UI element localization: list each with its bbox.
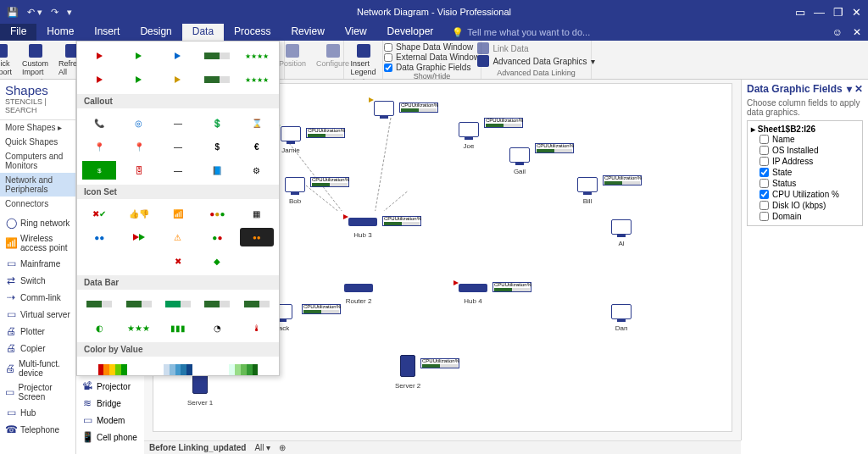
dg-section-callout: Callout (77, 94, 279, 108)
menu-bar: File Home Insert Design Data Process Rev… (0, 24, 868, 41)
window-title: Network Diagram - Visio Professional (357, 7, 511, 17)
stencil-item[interactable]: 📶Wireless access point (0, 231, 75, 255)
stencil-icon: ⇢ (5, 291, 17, 303)
data-graphics-dropdown[interactable]: ★★★★ ★★★★ Callout 📞◎—💲⌛ 📍📍—$€ $🗄—📘⚙ Icon… (76, 41, 280, 376)
pane-desc: Choose column fields to apply data graph… (747, 98, 863, 117)
field-check[interactable]: OS Installed (751, 145, 859, 156)
stencil-item[interactable]: 🖨Copier (0, 340, 75, 357)
stencil-item[interactable]: 📱Cell phone (76, 429, 144, 446)
redo-icon[interactable]: ↷ (51, 7, 58, 18)
shapes-cat[interactable]: Connectors (0, 197, 75, 211)
bulb-icon: 💡 (452, 27, 464, 38)
field-check[interactable]: Status (751, 178, 859, 189)
data-graphic-fields-check[interactable]: Data Graphic Fields (384, 63, 470, 72)
dg-section-colorby: Color by Value (77, 342, 279, 357)
stencil-icon: 📶 (5, 237, 17, 249)
stencil-item[interactable]: 🖨Plotter (0, 323, 75, 340)
tab-process[interactable]: Process (224, 24, 281, 41)
shapes-pane-col2: 📽Projector≋Bridge▭Modem📱Cell phone (76, 378, 144, 446)
stencil-item[interactable]: ⇢Comm-link (0, 289, 75, 306)
stencil-item[interactable]: 🖨Multi-funct. device (0, 357, 75, 380)
stencil-icon: ▭ (5, 407, 17, 418)
tab-insert[interactable]: Insert (84, 24, 130, 41)
close-ribbon-icon[interactable]: ✕ (853, 26, 861, 38)
pane-title: Data Graphic Fields (747, 83, 843, 95)
pane-source[interactable]: ▸ Sheet1$B2:I26 (751, 125, 859, 134)
adv-data-graphics-button[interactable]: Advanced Data Graphics▾ (477, 55, 594, 67)
save-icon[interactable]: 💾 (7, 7, 19, 18)
field-check[interactable]: Domain (751, 211, 859, 222)
title-bar: 💾 ↶ ▾ ↷ ▾ Network Diagram - Visio Profes… (0, 0, 868, 24)
tab-file[interactable]: File (0, 24, 36, 41)
svg-line-3 (306, 185, 348, 211)
face-icon[interactable]: ☺ (832, 26, 843, 38)
stencil-icon: 🖨 (5, 325, 17, 337)
position-button[interactable]: Position (275, 42, 309, 69)
tab-design[interactable]: Design (130, 24, 181, 41)
external-data-window-check[interactable]: External Data Window (384, 53, 480, 62)
sheet-all[interactable]: All ▾ (254, 443, 270, 452)
stencil-icon: 🖨 (5, 342, 17, 354)
data-graphic-fields-pane: Data Graphic Fields▾ ✕ Choose column fie… (741, 80, 868, 440)
field-check[interactable]: CPU Utilization % (751, 189, 859, 200)
stencil-icon: ▭ (5, 308, 17, 320)
qat-customize-icon[interactable]: ▾ (67, 7, 72, 18)
stencil-item[interactable]: ▭Hub (0, 404, 75, 421)
shapes-cat[interactable]: More Shapes ▸ (0, 120, 75, 135)
custom-import-button[interactable]: Custom Import (19, 42, 52, 78)
tell-me[interactable]: 💡Tell me what you want to do... (443, 24, 590, 41)
stencil-item[interactable]: ⇄Switch (0, 272, 75, 289)
svg-line-6 (374, 169, 408, 211)
dg-section-databar: Data Bar (77, 275, 279, 290)
stencil-icon: ◯ (5, 217, 17, 229)
stencil-item[interactable]: ≋Bridge (76, 395, 144, 412)
close-icon[interactable]: ✕ (852, 6, 861, 19)
stencil-item[interactable]: ▭Mainframe (0, 255, 75, 272)
shapes-pane: Shapes STENCILS | SEARCH More Shapes ▸ Q… (0, 80, 76, 454)
svg-line-4 (374, 118, 391, 211)
pane-close-icon[interactable]: ✕ (854, 83, 863, 95)
tab-data[interactable]: Data (182, 24, 224, 41)
stencil-item[interactable]: ▭Virtual server (0, 306, 75, 323)
tab-review[interactable]: Review (281, 24, 334, 41)
field-check[interactable]: IP Address (751, 156, 859, 167)
stencil-icon: ☎ (5, 424, 17, 435)
field-check[interactable]: Disk IO (kbps) (751, 200, 859, 211)
field-check[interactable]: Name (751, 134, 859, 145)
svg-line-5 (374, 135, 408, 211)
stencil-item[interactable]: ▭Projector Screen (0, 380, 75, 404)
tab-home[interactable]: Home (36, 24, 84, 41)
shapes-cat[interactable]: Quick Shapes (0, 135, 75, 149)
minimize-icon[interactable]: — (814, 6, 825, 19)
shape-data-window-check[interactable]: Shape Data Window (384, 42, 473, 52)
tab-view[interactable]: View (335, 24, 377, 41)
link-data-button[interactable]: Link Data (477, 42, 528, 54)
stencil-item[interactable]: ☎Telephone (0, 421, 75, 438)
stencil-icon: ⇄ (5, 274, 17, 286)
stencil-item[interactable]: 📽Projector (76, 378, 144, 395)
shapes-cat-selected[interactable]: Network and Peripherals (0, 173, 75, 197)
add-sheet-icon[interactable]: ⊕ (279, 443, 286, 452)
pane-dropdown-icon[interactable]: ▾ (847, 83, 852, 95)
shapes-cat[interactable]: Computers and Monitors (0, 149, 75, 173)
sheet-tabs: Before Linking_updated All ▾ ⊕ (144, 440, 741, 454)
stencil-icon: ≋ (81, 397, 93, 409)
stencil-item[interactable]: ▭Modem (76, 412, 144, 429)
field-check[interactable]: State (751, 167, 859, 178)
shapes-title: Shapes (0, 80, 75, 97)
stencil-item[interactable]: ◯Ring network (0, 214, 75, 231)
tab-developer[interactable]: Developer (377, 24, 444, 41)
shapes-subtabs[interactable]: STENCILS | SEARCH (0, 97, 75, 120)
stencil-icon: 📱 (81, 431, 93, 443)
stencil-icon: 📽 (81, 380, 93, 392)
sheet-tab[interactable]: Before Linking_updated (149, 443, 246, 452)
ribbon-options-icon[interactable]: ▭ (795, 6, 805, 19)
quick-import-button[interactable]: Quick Import (0, 42, 15, 78)
stencil-icon: 🖨 (5, 363, 15, 374)
undo-icon[interactable]: ↶ ▾ (27, 7, 42, 18)
stencil-icon: ▭ (81, 414, 93, 426)
stencil-icon: ▭ (5, 386, 15, 398)
dg-section-iconset: Icon Set (77, 185, 279, 199)
configure-button[interactable]: Configure (313, 42, 353, 69)
maximize-icon[interactable]: ❐ (833, 6, 843, 19)
